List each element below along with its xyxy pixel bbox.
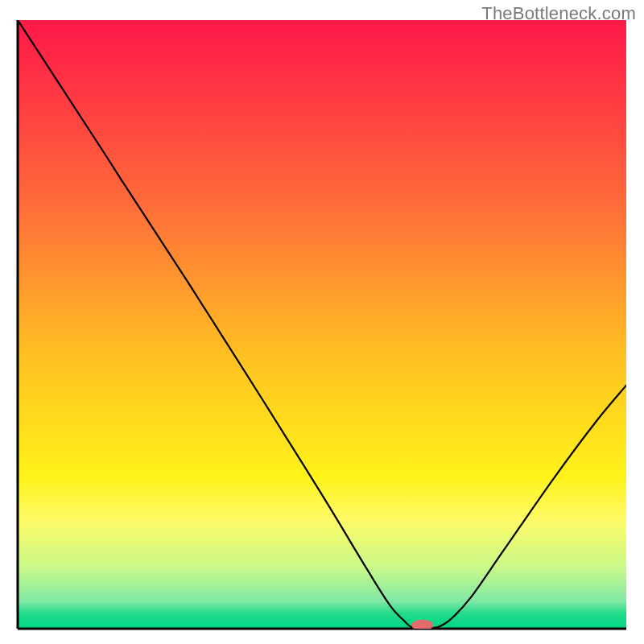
bottleneck-chart — [0, 0, 644, 644]
plot-background-gradient — [18, 20, 626, 629]
watermark-label: TheBottleneck.com — [481, 3, 636, 24]
chart-container: TheBottleneck.com — [0, 0, 644, 644]
